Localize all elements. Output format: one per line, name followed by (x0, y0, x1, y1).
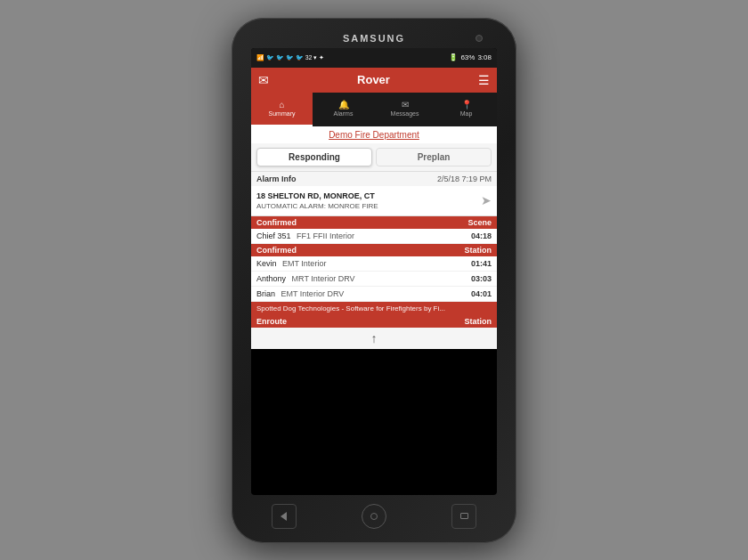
menu-icon[interactable]: ☰ (478, 73, 490, 87)
station-row-0: Kevin EMT Interior 01:41 (251, 256, 497, 272)
phone-brand: SAMSUNG (343, 33, 405, 44)
station-role-0: EMT Interior (282, 259, 326, 268)
station-time-2: 04:01 (471, 289, 492, 298)
tab-map-label: Map (460, 110, 473, 117)
upload-row: ↑ (251, 328, 497, 349)
email-header-icon[interactable]: ✉ (258, 73, 269, 87)
home-circle-icon (370, 513, 378, 520)
address-street: 18 SHELTON RD, MONROE, CT (256, 191, 378, 202)
scene-label: Scene (467, 218, 492, 227)
upload-arrow-icon: ↑ (371, 331, 378, 345)
station-name-role-0: Kevin EMT Interior (256, 259, 326, 268)
status-left: 📶 🐦 🐦 🐦 🐦 32 ▾ ✦ (256, 54, 324, 61)
nav-tabs: ⌂ Summary 🔔 Alarms ✉ Messages 📍 Map (251, 93, 497, 126)
tab-alarms-label: Alarms (334, 110, 354, 117)
address-text-block: 18 SHELTON RD, MONROE, CT AUTOMATIC ALAR… (256, 191, 378, 212)
station-role-2: EMT Interior DRV (281, 289, 345, 298)
station-row-2: Brian EMT Interior DRV 04:01 (251, 287, 497, 302)
status-right: 🔋 63% 3:08 (449, 53, 492, 61)
map-icon: 📍 (461, 100, 472, 110)
app-title: Rover (269, 73, 478, 86)
status-bar: 📶 🐦 🐦 🐦 🐦 32 ▾ ✦ 🔋 63% 3:08 (251, 48, 497, 68)
tab-map[interactable]: 📍 Map (435, 93, 497, 126)
scene-section-header: Confirmed Scene (251, 216, 497, 229)
battery-percentage: 63% (460, 53, 475, 61)
signal-icons: 📶 🐦 🐦 🐦 🐦 32 ▾ ✦ (256, 54, 324, 61)
scene-name-role: Chief 351 FF1 FFII Interior (256, 231, 354, 240)
address-block: 18 SHELTON RD, MONROE, CT AUTOMATIC ALAR… (251, 186, 497, 217)
recents-button[interactable] (451, 504, 476, 529)
tab-summary-label: Summary (269, 110, 296, 117)
tab-summary[interactable]: ⌂ Summary (251, 93, 313, 126)
recents-rect-icon (460, 513, 468, 519)
enroute-station-label: Station (465, 317, 492, 326)
battery-icon: 🔋 (449, 53, 458, 61)
station-name-0: Kevin (256, 259, 277, 268)
phone-camera (476, 35, 483, 42)
station-name-2: Brian (256, 289, 275, 298)
back-button[interactable] (272, 504, 297, 529)
phone-device: SAMSUNG 📶 🐦 🐦 🐦 🐦 32 ▾ ✦ 🔋 63% 3:08 ✉ Ro… (232, 18, 516, 543)
confirmed-station-label: Confirmed (256, 246, 297, 255)
station-section-header: Confirmed Station (251, 244, 497, 256)
station-time-1: 03:03 (471, 274, 492, 283)
toggle-row: Responding Preplan (251, 143, 497, 171)
station-name-1: Anthony (256, 274, 286, 283)
tab-alarms[interactable]: 🔔 Alarms (313, 93, 374, 126)
alarm-info-bar: Alarm Info 2/5/18 7:19 PM (251, 171, 497, 186)
home-icon: ⌂ (279, 100, 284, 110)
phone-screen: 📶 🐦 🐦 🐦 🐦 32 ▾ ✦ 🔋 63% 3:08 ✉ Rover ☰ ⌂ … (251, 48, 497, 495)
enroute-header: Enroute Station (251, 315, 497, 328)
ad-banner: Spotted Dog Technologies - Software for … (251, 302, 497, 315)
scene-time-0: 04:18 (471, 231, 492, 240)
app-header: ✉ Rover ☰ (251, 68, 497, 93)
phone-bottom-nav (239, 500, 509, 532)
navigation-icon[interactable]: ➤ (481, 193, 492, 207)
department-link[interactable]: Demo Fire Department (251, 126, 497, 143)
station-label: Station (465, 246, 492, 255)
station-row-1: Anthony MRT Interior DRV 03:03 (251, 272, 497, 287)
station-role-1: MRT Interior DRV (292, 274, 355, 283)
home-button[interactable] (362, 504, 386, 529)
scene-role-0: FF1 FFII Interior (297, 231, 354, 240)
tab-messages[interactable]: ✉ Messages (374, 93, 435, 126)
scene-row-0: Chief 351 FF1 FFII Interior 04:18 (251, 229, 497, 244)
alarm-info-label: Alarm Info (256, 174, 297, 183)
alarm-info-date: 2/5/18 7:19 PM (437, 174, 492, 183)
clock: 3:08 (477, 53, 492, 61)
station-name-role-2: Brian EMT Interior DRV (256, 289, 344, 298)
messages-icon: ✉ (402, 100, 409, 110)
scene-name-0: Chief 351 (256, 231, 291, 240)
enroute-label: Enroute (256, 317, 287, 326)
address-description: AUTOMATIC ALARM: MONROE FIRE (256, 201, 378, 211)
tab-messages-label: Messages (391, 110, 419, 117)
preplan-toggle[interactable]: Preplan (376, 148, 492, 166)
phone-top-bar: SAMSUNG (239, 28, 509, 48)
back-triangle-icon (280, 512, 287, 521)
responding-toggle[interactable]: Responding (256, 148, 372, 166)
alarms-icon: 🔔 (338, 100, 349, 110)
confirmed-scene-label: Confirmed (256, 218, 297, 227)
station-name-role-1: Anthony MRT Interior DRV (256, 274, 355, 283)
station-time-0: 01:41 (471, 259, 492, 268)
